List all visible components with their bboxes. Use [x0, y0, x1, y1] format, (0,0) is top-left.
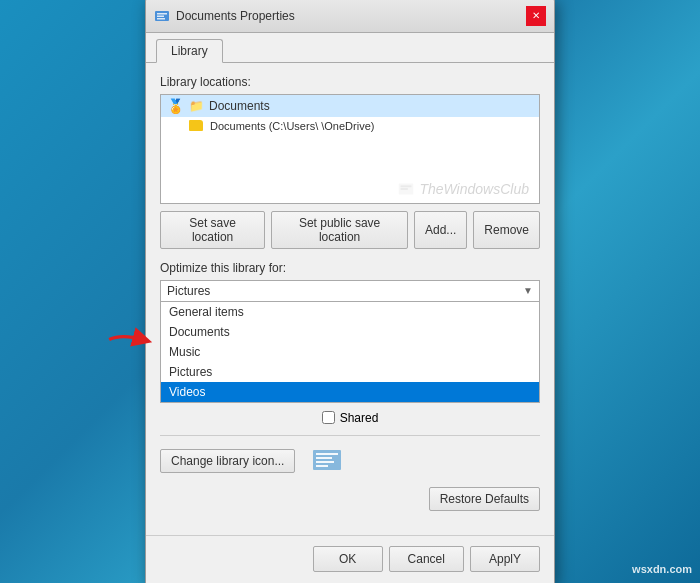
dropdown-list: General items Documents Music Pictures V…	[160, 302, 540, 403]
shared-checkbox-row: Shared	[160, 411, 540, 425]
svg-rect-10	[316, 457, 332, 459]
svg-rect-5	[401, 185, 412, 187]
dropdown-item-documents[interactable]: Documents	[161, 322, 539, 342]
optimize-label: Optimize this library for:	[160, 261, 540, 275]
set-public-save-location-button[interactable]: Set public save location	[271, 211, 408, 249]
watermark: TheWindowsClub	[397, 180, 529, 198]
optimize-dropdown[interactable]: Pictures ▼	[160, 280, 540, 302]
item-label: Documents	[209, 99, 270, 113]
change-library-icon-button[interactable]: Change library icon...	[160, 449, 295, 473]
svg-rect-9	[316, 453, 338, 455]
divider	[160, 435, 540, 436]
title-bar: Documents Properties ✕	[146, 0, 554, 33]
shared-checkbox[interactable]	[322, 411, 335, 424]
list-item[interactable]: Documents (C:\Users\ \OneDrive)	[161, 117, 539, 135]
arrow-indicator	[105, 325, 155, 358]
remove-button[interactable]: Remove	[473, 211, 540, 249]
ok-button[interactable]: OK	[313, 546, 383, 572]
svg-rect-4	[399, 183, 413, 194]
add-button[interactable]: Add...	[414, 211, 467, 249]
dialog-content: Library locations: 🏅 📁 Documents Documen…	[146, 63, 554, 535]
folder-icon	[189, 120, 203, 131]
dropdown-item-general[interactable]: General items	[161, 302, 539, 322]
red-arrow-icon	[105, 325, 155, 355]
dialog-icon	[154, 8, 170, 24]
library-list: 🏅 📁 Documents Documents (C:\Users\ \OneD…	[160, 94, 540, 204]
svg-rect-3	[157, 18, 165, 20]
wsxdn-label: wsxdn.com	[632, 563, 692, 575]
item-icon: 📁	[189, 99, 204, 113]
dropdown-item-videos[interactable]: Videos	[161, 382, 539, 402]
title-bar-left: Documents Properties	[154, 8, 295, 24]
list-item[interactable]: 🏅 📁 Documents	[161, 95, 539, 117]
shared-label: Shared	[340, 411, 379, 425]
apply-button[interactable]: ApplY	[470, 546, 540, 572]
watermark-text: TheWindowsClub	[419, 181, 529, 197]
item-label: Documents (C:\Users\ \OneDrive)	[210, 120, 374, 132]
tab-library[interactable]: Library	[156, 39, 223, 63]
dialog-title: Documents Properties	[176, 9, 295, 23]
set-save-location-button[interactable]: Set save location	[160, 211, 265, 249]
location-buttons: Set save location Set public save locati…	[160, 211, 540, 249]
cancel-button[interactable]: Cancel	[389, 546, 464, 572]
svg-rect-2	[157, 15, 164, 17]
dropdown-item-pictures[interactable]: Pictures	[161, 362, 539, 382]
bottom-buttons: OK Cancel ApplY	[146, 535, 554, 584]
restore-defaults-button[interactable]: Restore Defaults	[429, 487, 540, 511]
svg-rect-1	[157, 13, 167, 15]
dropdown-section: Pictures ▼ General items Documents Music…	[160, 280, 540, 403]
star-icon: 🏅	[167, 98, 184, 114]
library-locations-label: Library locations:	[160, 75, 540, 89]
dropdown-item-music[interactable]: Music	[161, 342, 539, 362]
tabs: Library	[146, 33, 554, 63]
svg-rect-11	[316, 461, 334, 463]
library-icon-preview	[311, 444, 343, 479]
change-icon-row: Change library icon...	[160, 444, 540, 479]
svg-rect-12	[316, 465, 328, 467]
svg-rect-6	[401, 188, 408, 190]
dropdown-value: Pictures	[167, 284, 210, 298]
close-button[interactable]: ✕	[526, 6, 546, 26]
dialog: Documents Properties ✕ Library Library l…	[145, 0, 555, 583]
restore-row: Restore Defaults	[160, 487, 540, 511]
chevron-down-icon: ▼	[523, 285, 533, 296]
